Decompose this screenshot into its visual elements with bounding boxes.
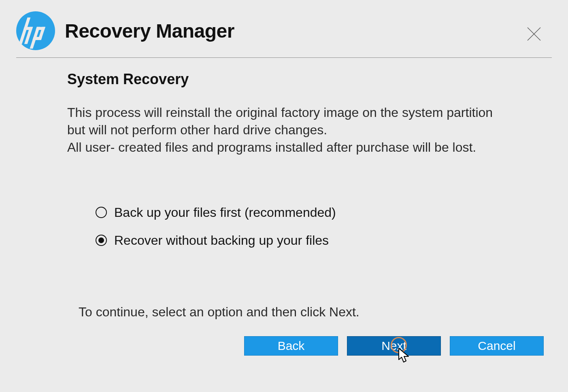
radio-option-no-backup[interactable]: Recover without backing up your files — [96, 233, 544, 248]
svg-rect-3 — [23, 27, 33, 30]
radio-icon — [96, 235, 107, 246]
radio-option-backup[interactable]: Back up your files first (recommended) — [96, 205, 544, 220]
content-area: System Recovery This process will reinst… — [0, 58, 568, 320]
app-title: Recovery Manager — [65, 20, 234, 42]
back-button[interactable]: Back — [244, 336, 338, 356]
radio-label: Recover without backing up your files — [114, 233, 329, 248]
section-title: System Recovery — [67, 71, 544, 88]
radio-label: Back up your files first (recommended) — [114, 205, 336, 220]
svg-rect-7 — [32, 37, 42, 40]
next-button[interactable]: Next — [347, 336, 441, 356]
header: Recovery Manager — [0, 0, 568, 57]
close-button[interactable] — [524, 24, 544, 44]
description-line: This process will reinstall the original… — [67, 105, 493, 137]
svg-rect-6 — [36, 27, 45, 30]
options-group: Back up your files first (recommended) R… — [96, 205, 544, 248]
cancel-button[interactable]: Cancel — [450, 336, 544, 356]
close-icon — [526, 26, 542, 42]
description-line: All user- created files and programs ins… — [67, 140, 476, 155]
instruction-text: To continue, select an option and then c… — [79, 305, 544, 320]
radio-icon — [96, 207, 107, 218]
hp-logo-icon — [16, 11, 55, 50]
description-text: This process will reinstall the original… — [67, 104, 513, 157]
wizard-button-row: Back Next Cancel — [244, 336, 544, 356]
